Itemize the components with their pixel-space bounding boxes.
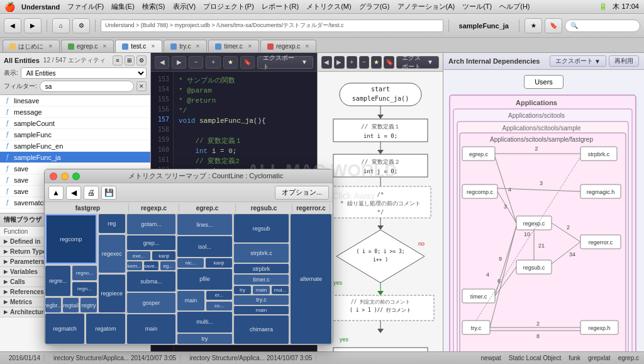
treemap-regn[interactable]: regn... [72, 282, 96, 297]
treemap-regpiece[interactable]: regpiece [99, 275, 125, 312]
treemap-prev-btn[interactable]: ◀ [66, 186, 81, 200]
users-button[interactable]: Users [524, 75, 564, 89]
treemap-multi[interactable]: multi... [177, 312, 232, 333]
treemap-gotam[interactable]: gotam... [127, 214, 175, 234]
treemap-strpbrk-c[interactable]: strpbrk.c [234, 244, 289, 263]
tab-try[interactable]: try.c ✕ [164, 40, 207, 52]
treemap-try-regsub[interactable]: try [234, 286, 251, 294]
treemap-main-try[interactable]: main [234, 306, 289, 314]
code-bookmark[interactable]: 🔖 [240, 56, 255, 69]
treemap-reg[interactable]: reg [99, 214, 125, 233]
treemap-isol[interactable]: isol... [177, 236, 232, 257]
treemap-regsub[interactable]: regsub [234, 214, 289, 242]
menu-project[interactable]: プロジェクト(P) [203, 2, 254, 11]
treemap-regatom[interactable]: regatom [86, 314, 125, 344]
back-button[interactable]: ◀ [4, 18, 21, 33]
tab-close-timer[interactable]: ✕ [248, 43, 252, 49]
treemap-timer-c[interactable]: timer.c [234, 275, 289, 284]
menu-view[interactable]: 表示(V) [173, 2, 196, 11]
treemap-kanji[interactable]: kanji [152, 251, 175, 260]
arch-export-button[interactable]: エクスポート ▼ [550, 55, 606, 67]
treemap-alternate[interactable]: alternate [291, 214, 331, 344]
treemap-close-button[interactable] [50, 173, 57, 180]
menu-search[interactable]: 検索(S) [142, 2, 165, 11]
treemap-eg[interactable]: eg... [160, 261, 175, 270]
star-button[interactable]: ★ [525, 18, 542, 33]
treemap-mul[interactable]: mul... [272, 286, 289, 294]
flow-zoom-out[interactable]: − [359, 56, 370, 69]
treemap-exe[interactable]: exe... [127, 251, 150, 260]
entity-samplefunc-en[interactable]: ƒ sampleFunc_en [0, 140, 150, 152]
treemap-regre[interactable]: regre... [45, 266, 70, 296]
show-select[interactable]: All Entities [21, 67, 147, 79]
code-zoom-out[interactable]: − [189, 56, 203, 69]
treemap-save-btn[interactable]: 💾 [101, 186, 116, 200]
flow-back[interactable]: ◀ [321, 56, 332, 69]
treemap-pfile[interactable]: pfile [177, 269, 232, 290]
settings-button[interactable]: ⚙ [72, 18, 90, 33]
treemap-options-button[interactable]: オプション... [275, 186, 329, 200]
apple-menu[interactable]: 🍎 [5, 3, 14, 11]
entity-message[interactable]: ƒ message [0, 106, 150, 118]
tab-close-egrep[interactable]: ✕ [103, 43, 107, 49]
treemap-regtail[interactable]: regtail [63, 298, 79, 312]
path-bar[interactable]: Understand > (Build 788) > myproject.udb… [101, 20, 443, 32]
entity-linesave[interactable]: ƒ linesave [0, 95, 150, 106]
code-nav-back[interactable]: ◀ [155, 56, 169, 69]
tab-test[interactable]: test.c ✕ [115, 40, 162, 52]
menu-edit[interactable]: 編集(E) [111, 2, 135, 11]
menu-tools[interactable]: ツール(T) [462, 2, 492, 11]
code-star[interactable]: ★ [223, 56, 238, 69]
arch-reuse-button[interactable]: 再利用 [609, 55, 639, 67]
treemap-subma[interactable]: subma... [127, 271, 175, 292]
flow-forward[interactable]: ▶ [334, 56, 345, 69]
treemap-kern[interactable]: kern... [127, 261, 142, 270]
treemap-save[interactable]: save... [144, 261, 159, 270]
app-name[interactable]: Understand [21, 3, 60, 11]
entity-samplefunc-ja[interactable]: ƒ sampleFunc_ja [0, 152, 150, 163]
menu-metrics[interactable]: メトリクス(M) [306, 2, 352, 11]
menu-graph[interactable]: グラフ(G) [359, 2, 390, 11]
treemap-try-egrep[interactable]: try [177, 334, 232, 344]
tab-close-hajimeni[interactable]: ✕ [48, 43, 53, 49]
menu-help[interactable]: ヘルプ(H) [499, 2, 530, 11]
treemap-main-timer[interactable]: main [253, 286, 270, 294]
home-button[interactable]: ⌂ [52, 18, 70, 33]
treemap-nlc[interactable]: nlc... [177, 258, 204, 268]
tab-close-regexp[interactable]: ✕ [305, 43, 309, 49]
tab-close-try[interactable]: ✕ [196, 43, 200, 49]
arch-content[interactable]: Users Applications Applications/scitools… [443, 70, 644, 351]
entity-view-btn[interactable]: ≡ [113, 55, 123, 65]
treemap-try-c[interactable]: try.c [234, 295, 289, 305]
treemap-minimize-button[interactable] [61, 173, 69, 180]
forward-button[interactable]: ▶ [24, 18, 42, 33]
treemap-regcomp[interactable]: regcomp [45, 214, 97, 264]
entity-samplefunc[interactable]: ƒ sampleFunc [0, 129, 150, 140]
menu-annotation[interactable]: アノテーション(A) [397, 2, 455, 11]
treemap-regexec[interactable]: regexec [99, 235, 125, 273]
treemap-kanji2[interactable]: kanji [206, 258, 232, 268]
tab-hajimeni[interactable]: はじめに ✕ [3, 40, 60, 52]
treemap-up-btn[interactable]: ▲ [48, 186, 64, 200]
tab-egrep[interactable]: egrep.c ✕ [61, 40, 114, 52]
code-nav-forward[interactable]: ▶ [172, 56, 186, 69]
treemap-main-egrep[interactable]: main [177, 291, 204, 310]
tab-timer[interactable]: timer.c ✕ [208, 40, 258, 52]
treemap-regno[interactable]: regno... [72, 266, 96, 280]
entity-settings-btn[interactable]: ⚙ [136, 55, 147, 65]
flow-bookmark[interactable]: 🔖 [384, 56, 394, 69]
flow-star[interactable]: ★ [371, 56, 382, 69]
treemap-er[interactable]: er... [206, 291, 232, 300]
treemap-regbr[interactable]: regbr... [45, 298, 61, 312]
treemap-lines[interactable]: lines... [177, 214, 232, 235]
tab-close-test[interactable]: ✕ [151, 43, 155, 49]
treemap-co[interactable]: co... [206, 302, 232, 310]
treemap-print-btn[interactable]: 🖨 [84, 186, 99, 200]
treemap-strpbrk[interactable]: strpbrk [234, 264, 289, 273]
filter-clear-btn[interactable]: ✕ [136, 81, 147, 91]
entity-grid-btn[interactable]: ⊞ [125, 55, 135, 65]
treemap-chimaera[interactable]: chimaera [234, 316, 289, 344]
entity-samplecount[interactable]: ƒ sampleCount [0, 118, 150, 129]
treemap-grep[interactable]: grep... [127, 236, 175, 251]
menu-report[interactable]: レポート(R) [262, 2, 299, 11]
